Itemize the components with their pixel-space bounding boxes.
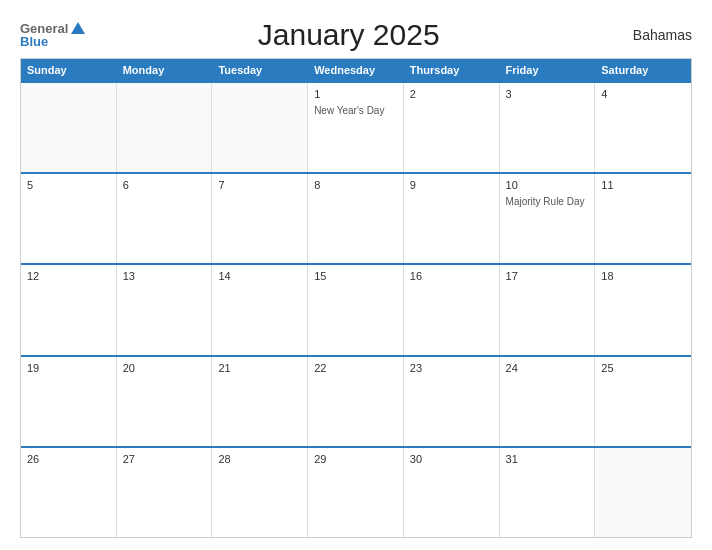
day-number: 18 — [601, 270, 685, 282]
logo-triangle-icon — [71, 22, 85, 34]
calendar-cell: 27 — [117, 448, 213, 537]
calendar-cell: 11 — [595, 174, 691, 263]
day-number: 22 — [314, 362, 397, 374]
holiday-label: Majority Rule Day — [506, 195, 589, 208]
day-number: 7 — [218, 179, 301, 191]
calendar-cell: 8 — [308, 174, 404, 263]
day-number: 31 — [506, 453, 589, 465]
logo-blue-text: Blue — [20, 35, 48, 48]
day-number: 12 — [27, 270, 110, 282]
day-number: 27 — [123, 453, 206, 465]
calendar-week-2: 5678910Majority Rule Day11 — [21, 172, 691, 263]
day-of-week-thursday: Thursday — [404, 59, 500, 81]
calendar-cell: 13 — [117, 265, 213, 354]
calendar-cell: 4 — [595, 83, 691, 172]
calendar-week-1: 1New Year's Day234 — [21, 81, 691, 172]
day-of-week-saturday: Saturday — [595, 59, 691, 81]
day-number: 1 — [314, 88, 397, 100]
day-number: 26 — [27, 453, 110, 465]
day-number: 11 — [601, 179, 685, 191]
month-title: January 2025 — [85, 18, 612, 52]
calendar-cell: 24 — [500, 357, 596, 446]
day-number: 25 — [601, 362, 685, 374]
day-number: 10 — [506, 179, 589, 191]
day-number: 13 — [123, 270, 206, 282]
calendar-cell: 18 — [595, 265, 691, 354]
day-of-week-sunday: Sunday — [21, 59, 117, 81]
calendar-cell: 23 — [404, 357, 500, 446]
calendar-cell: 28 — [212, 448, 308, 537]
calendar-cell: 10Majority Rule Day — [500, 174, 596, 263]
calendar-cell: 9 — [404, 174, 500, 263]
calendar-cell: 3 — [500, 83, 596, 172]
calendar-cell: 29 — [308, 448, 404, 537]
calendar-header: General Blue January 2025 Bahamas — [20, 18, 692, 52]
calendar-cell — [21, 83, 117, 172]
day-number: 21 — [218, 362, 301, 374]
calendar-cell — [595, 448, 691, 537]
day-number: 28 — [218, 453, 301, 465]
day-of-week-friday: Friday — [500, 59, 596, 81]
day-number: 20 — [123, 362, 206, 374]
calendar-cell: 20 — [117, 357, 213, 446]
calendar-cell: 26 — [21, 448, 117, 537]
day-number: 3 — [506, 88, 589, 100]
calendar-cell: 12 — [21, 265, 117, 354]
day-number: 17 — [506, 270, 589, 282]
calendar-cell: 30 — [404, 448, 500, 537]
calendar-cell — [117, 83, 213, 172]
day-number: 14 — [218, 270, 301, 282]
day-number: 8 — [314, 179, 397, 191]
day-of-week-monday: Monday — [117, 59, 213, 81]
day-number: 30 — [410, 453, 493, 465]
calendar-cell: 17 — [500, 265, 596, 354]
calendar-cell: 6 — [117, 174, 213, 263]
calendar-cell: 1New Year's Day — [308, 83, 404, 172]
calendar-cell: 16 — [404, 265, 500, 354]
day-number: 15 — [314, 270, 397, 282]
calendar-cell: 15 — [308, 265, 404, 354]
day-number: 6 — [123, 179, 206, 191]
day-number: 5 — [27, 179, 110, 191]
day-number: 2 — [410, 88, 493, 100]
calendar-cell: 5 — [21, 174, 117, 263]
calendar-header-row: SundayMondayTuesdayWednesdayThursdayFrid… — [21, 59, 691, 81]
calendar-cell: 14 — [212, 265, 308, 354]
calendar-cell: 2 — [404, 83, 500, 172]
calendar-week-4: 19202122232425 — [21, 355, 691, 446]
calendar-cell: 22 — [308, 357, 404, 446]
day-number: 19 — [27, 362, 110, 374]
calendar-week-5: 262728293031 — [21, 446, 691, 537]
calendar-grid: SundayMondayTuesdayWednesdayThursdayFrid… — [20, 58, 692, 538]
calendar-cell — [212, 83, 308, 172]
day-of-week-wednesday: Wednesday — [308, 59, 404, 81]
calendar-cell: 25 — [595, 357, 691, 446]
day-number: 24 — [506, 362, 589, 374]
calendar-week-3: 12131415161718 — [21, 263, 691, 354]
day-number: 9 — [410, 179, 493, 191]
day-of-week-tuesday: Tuesday — [212, 59, 308, 81]
day-number: 16 — [410, 270, 493, 282]
calendar-cell: 19 — [21, 357, 117, 446]
holiday-label: New Year's Day — [314, 104, 397, 117]
calendar-page: General Blue January 2025 Bahamas Sunday… — [0, 0, 712, 550]
calendar-cell: 31 — [500, 448, 596, 537]
calendar-cell: 21 — [212, 357, 308, 446]
day-number: 4 — [601, 88, 685, 100]
calendar-cell: 7 — [212, 174, 308, 263]
day-number: 29 — [314, 453, 397, 465]
country-label: Bahamas — [612, 27, 692, 43]
day-number: 23 — [410, 362, 493, 374]
calendar-body: 1New Year's Day2345678910Majority Rule D… — [21, 81, 691, 537]
logo: General Blue — [20, 22, 85, 48]
